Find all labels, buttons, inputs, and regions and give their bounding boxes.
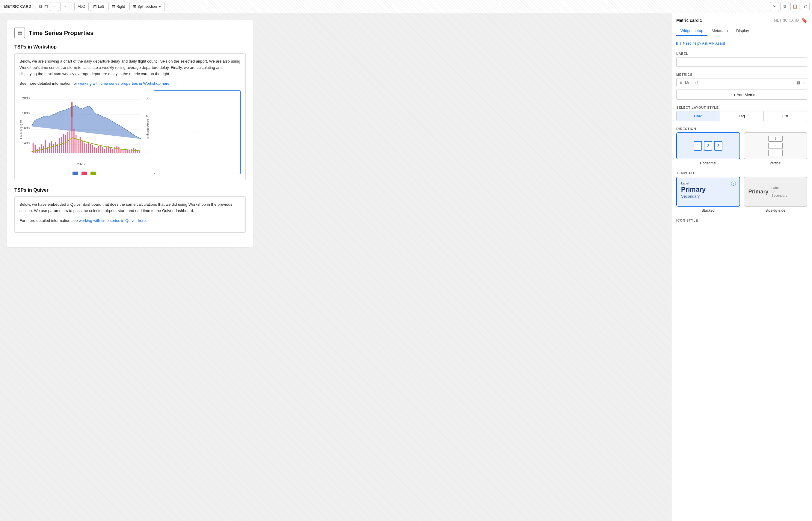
tab-metadata[interactable]: Metadata [707, 26, 732, 36]
legend-green [90, 172, 96, 175]
delete-button[interactable]: 🗑 [800, 2, 810, 11]
paste-button[interactable]: 📋 [790, 2, 799, 11]
drag-icon: ⠿ [680, 80, 683, 85]
content-area: ▤ Time Series Properties TSPs in Worksho… [0, 13, 671, 521]
section2-text: Below, we have embedded a Quiver dashboa… [20, 202, 241, 214]
help-link[interactable]: Need help? Ask AIP Assist [676, 41, 807, 46]
metric-card-label: METRIC CARD [2, 4, 33, 9]
dir-box-h-3: 3 [714, 141, 722, 151]
svg-text:1800: 1800 [22, 112, 30, 115]
page-header: ▤ Time Series Properties [14, 27, 246, 38]
section2-link[interactable]: working with time series in Quiver here. [79, 218, 147, 223]
metric-delete-button[interactable]: 🗑 [796, 80, 800, 85]
template-stacked-secondary-text: Secondary [681, 194, 706, 199]
section1-box: Below, we are showing a chart of the dai… [14, 53, 246, 180]
tab-display[interactable]: Display [732, 26, 753, 36]
legend-blue [72, 172, 78, 175]
svg-text:Count of Flights: Count of Flights [20, 120, 23, 139]
svg-text:60: 60 [146, 97, 149, 100]
label-field-label: LABEL [676, 52, 807, 55]
cut-button[interactable]: ✂ [770, 2, 779, 11]
template-group: TEMPLATE Label Primary Secondary i Stack… [676, 171, 807, 212]
label-field-group: LABEL [676, 52, 807, 67]
metric-preview-value: – [196, 129, 199, 136]
tab-widget-setup[interactable]: Widget setup [676, 26, 707, 36]
help-text: Need help? Ask AIP Assist [683, 41, 725, 46]
toolbar-sep-1 [36, 4, 36, 9]
metric-card-preview: – [154, 90, 241, 174]
svg-text:Delays (Minutes): Delays (Minutes) [147, 119, 149, 139]
page-title: Time Series Properties [29, 30, 93, 37]
template-sidebyside-option[interactable]: Primary Label ⓘ Secondary Side-by-side [744, 177, 808, 212]
template-stacked-label-text: Label [681, 181, 706, 185]
panel-body: Need help? Ask AIP Assist LABEL METRICS … [672, 36, 812, 521]
dir-box-v-2: 2 [768, 143, 783, 149]
panel-tabs: Widget setup Metadata Display [676, 26, 807, 36]
split-icon: ⊞ [133, 4, 136, 9]
section1-link-row: See more detailed information for workin… [20, 81, 241, 87]
toolbar: METRIC CARD SHIFT ← → ADD ⊞ Left ⊡ Right… [0, 0, 812, 13]
section1-link[interactable]: working with time series properties in W… [78, 81, 171, 86]
svg-text:0: 0 [146, 151, 148, 154]
layout-tag-btn[interactable]: Tag [720, 111, 764, 121]
left-label: Left [98, 4, 104, 9]
icon-style-group: ICON STYLE [676, 219, 807, 222]
layout-card-btn[interactable]: Card [677, 111, 720, 121]
direction-horizontal-option[interactable]: 1 2 3 Horizontal [676, 132, 740, 165]
dir-box-v-1: 1 [768, 136, 783, 142]
section1-text: Below, we are showing a chart of the dai… [20, 59, 241, 77]
template-stacked-visual: Label Primary Secondary i [676, 177, 740, 207]
template-side-label-text: Label [771, 186, 787, 189]
split-label: Split section [137, 4, 157, 9]
svg-text:2023: 2023 [77, 163, 85, 166]
metric-chevron-button[interactable]: › [803, 80, 804, 85]
template-side-primary-text: Primary [748, 189, 769, 195]
template-sidebyside-label: Side-by-side [744, 208, 808, 212]
shift-left-button[interactable]: ← [50, 2, 59, 11]
direction-label: DIRECTION [676, 127, 807, 131]
bookmark-icon: 🔖 [801, 17, 807, 23]
shift-right-button[interactable]: → [60, 2, 69, 11]
layout-list-btn[interactable]: List [764, 111, 807, 121]
add-button[interactable]: ADD [74, 2, 88, 11]
right-icon: ⊡ [112, 4, 115, 9]
metric-row-1: ⠿ Metric 1 🗑 › [676, 78, 807, 87]
direction-vertical-label: Vertical [744, 161, 808, 165]
split-section-button[interactable]: ⊞ Split section ▼ [129, 2, 165, 11]
panel-title: Metric card 1 [676, 18, 702, 23]
chart-container: 2000 1800 1600 1400 60 40 20 0 Count of … [20, 90, 241, 175]
time-series-chart: 2000 1800 1600 1400 60 40 20 0 Count of … [20, 90, 149, 168]
add-metric-label: + Add Metric [733, 92, 755, 97]
label-input[interactable] [676, 57, 807, 67]
add-metric-button[interactable]: ⊕ + Add Metric [676, 90, 807, 100]
copy-button[interactable]: ⧉ [780, 2, 789, 11]
direction-vertical-option[interactable]: 1 2 3 Vertical [744, 132, 808, 165]
svg-text:1400: 1400 [22, 142, 30, 145]
template-sidebyside-visual: Primary Label ⓘ Secondary [744, 177, 808, 207]
template-label: TEMPLATE [676, 171, 807, 175]
right-panel: Metric card 1 METRIC CARD 🔖 Widget setup… [671, 13, 812, 521]
svg-text:1600: 1600 [22, 127, 30, 130]
aip-icon [676, 41, 681, 46]
panel-title-row: Metric card 1 METRIC CARD 🔖 [676, 17, 807, 23]
template-stacked-info-icon: i [731, 181, 736, 186]
panel-subtitle: METRIC CARD [774, 18, 799, 22]
svg-rect-70 [677, 42, 681, 45]
direction-vertical-visual: 1 2 3 [744, 132, 808, 159]
right-button[interactable]: ⊡ Right [108, 2, 128, 11]
chart-legend [20, 172, 149, 175]
section2-title: TSPs in Quiver [14, 187, 246, 193]
left-button[interactable]: ⊞ Left [90, 2, 107, 11]
metrics-field-label: METRICS [676, 73, 807, 76]
dir-box-v-3: 3 [768, 150, 783, 156]
metrics-group: METRICS ⠿ Metric 1 🗑 › ⊕ + Add Metric [676, 73, 807, 100]
template-stacked-label: Stacked [676, 208, 740, 212]
right-label: Right [116, 4, 125, 9]
svg-text:2000: 2000 [22, 97, 30, 100]
template-stacked-primary-text: Primary [681, 186, 706, 194]
template-side-info-icon: ⓘ [771, 189, 787, 194]
template-stacked-option[interactable]: Label Primary Secondary i Stacked [676, 177, 740, 212]
split-chevron-icon: ▼ [158, 4, 161, 9]
dir-box-h-2: 2 [704, 141, 712, 151]
icon-style-label: ICON STYLE [676, 219, 807, 222]
